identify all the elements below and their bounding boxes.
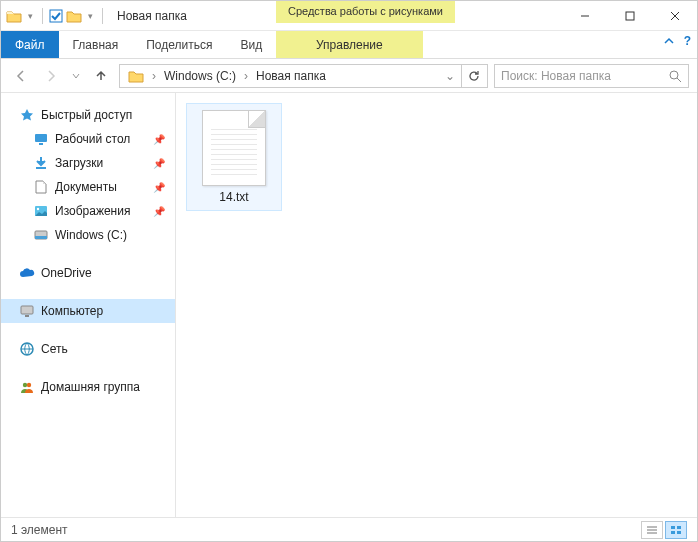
computer-icon [19,303,35,319]
separator [42,8,43,24]
ribbon-expand-icon[interactable] [664,36,674,46]
svg-line-6 [677,78,681,82]
chevron-right-icon[interactable]: › [242,69,250,83]
svg-rect-0 [50,10,62,22]
network-icon [19,341,35,357]
folder-icon [5,7,23,25]
breadcrumb-segment[interactable]: Windows (C:) [158,65,242,87]
qat-menu-icon[interactable]: ▾ [85,11,96,21]
search-icon[interactable] [668,69,682,83]
tab-home[interactable]: Главная [59,31,133,58]
status-item-count: 1 элемент [11,523,68,537]
tree-label: Загрузки [55,156,103,170]
maximize-button[interactable] [607,1,652,30]
text-file-icon [202,110,266,186]
address-dropdown-icon[interactable]: ⌄ [439,69,461,83]
window-title: Новая папка [111,9,187,23]
svg-rect-14 [25,315,29,317]
sidebar-item-network[interactable]: Сеть [1,337,175,361]
recent-locations-button[interactable] [69,64,83,88]
tree-label: Windows (C:) [55,228,127,242]
folder-icon[interactable] [65,7,83,25]
svg-point-5 [670,71,678,79]
quick-access-toolbar: ▾ ▾ [1,7,111,25]
tab-share[interactable]: Поделиться [132,31,226,58]
ribbon-tabs: Файл Главная Поделиться Вид Управление ? [1,31,697,59]
svg-rect-12 [35,236,47,239]
svg-point-16 [23,383,27,387]
navigation-pane: Быстрый доступ Рабочий стол 📌 Загрузки 📌… [1,93,176,517]
tree-label: Быстрый доступ [41,108,132,122]
contextual-tab-header: Средства работы с рисунками [276,1,455,23]
tab-view[interactable]: Вид [226,31,276,58]
star-icon [19,107,35,123]
pin-icon: 📌 [153,182,165,193]
tree-label: Документы [55,180,117,194]
drive-icon [33,227,49,243]
address-bar[interactable]: › Windows (C:) › Новая папка ⌄ [119,64,488,88]
svg-point-17 [27,383,31,387]
status-bar: 1 элемент [1,517,697,541]
navigation-bar: › Windows (C:) › Новая папка ⌄ [1,59,697,93]
search-box[interactable] [494,64,689,88]
up-button[interactable] [89,64,113,88]
sidebar-item-drive-c[interactable]: Windows (C:) [1,223,175,247]
file-item[interactable]: 14.txt [186,103,282,211]
pictures-icon [33,203,49,219]
sidebar-item-documents[interactable]: Документы 📌 [1,175,175,199]
svg-rect-13 [21,306,33,314]
separator [102,8,103,24]
checkbox-icon[interactable] [49,9,63,23]
pin-icon: 📌 [153,134,165,145]
sidebar-item-computer[interactable]: Компьютер [1,299,175,323]
sidebar-item-homegroup[interactable]: Домашняя группа [1,375,175,399]
minimize-button[interactable] [562,1,607,30]
forward-button[interactable] [39,64,63,88]
search-input[interactable] [501,69,668,83]
qat-chevron-icon[interactable]: ▾ [25,11,36,21]
tree-label: Рабочий стол [55,132,130,146]
sidebar-item-downloads[interactable]: Загрузки 📌 [1,151,175,175]
refresh-button[interactable] [461,65,485,87]
downloads-icon [33,155,49,171]
pin-icon: 📌 [153,206,165,217]
thumbnails-view-button[interactable] [665,521,687,539]
tree-label: Компьютер [41,304,103,318]
help-icon[interactable]: ? [684,34,691,48]
body: Быстрый доступ Рабочий стол 📌 Загрузки 📌… [1,93,697,517]
sidebar-item-onedrive[interactable]: OneDrive [1,261,175,285]
pin-icon: 📌 [153,158,165,169]
file-list[interactable]: 14.txt [176,93,697,517]
tree-label: Домашняя группа [41,380,140,394]
title-bar: ▾ ▾ Новая папка Средства работы с рисунк… [1,1,697,31]
svg-rect-22 [677,526,681,529]
details-view-button[interactable] [641,521,663,539]
svg-rect-21 [671,526,675,529]
close-button[interactable] [652,1,697,30]
svg-rect-23 [671,531,675,534]
tree-label: Сеть [41,342,68,356]
tree-label: Изображения [55,204,130,218]
svg-rect-24 [677,531,681,534]
svg-point-10 [37,208,39,210]
documents-icon [33,179,49,195]
homegroup-icon [19,379,35,395]
sidebar-item-quick-access[interactable]: Быстрый доступ [1,103,175,127]
folder-icon [122,65,150,87]
sidebar-item-desktop[interactable]: Рабочий стол 📌 [1,127,175,151]
desktop-icon [33,131,49,147]
back-button[interactable] [9,64,33,88]
file-name: 14.txt [219,190,248,204]
tab-file[interactable]: Файл [1,31,59,58]
breadcrumb-segment[interactable]: Новая папка [250,65,332,87]
chevron-right-icon[interactable]: › [150,69,158,83]
tree-label: OneDrive [41,266,92,280]
svg-rect-8 [39,143,43,145]
onedrive-icon [19,265,35,281]
svg-rect-7 [35,134,47,142]
tab-manage[interactable]: Управление [276,31,423,58]
svg-rect-2 [626,12,634,20]
sidebar-item-pictures[interactable]: Изображения 📌 [1,199,175,223]
